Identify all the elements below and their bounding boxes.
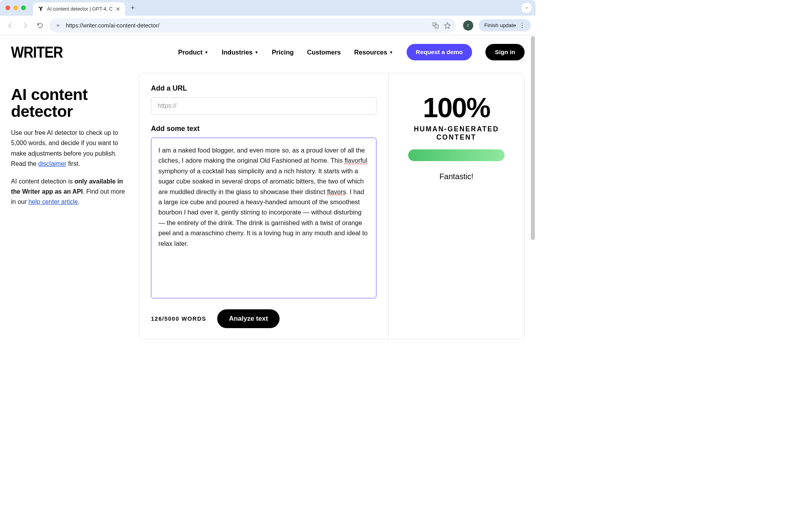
nav-pricing[interactable]: Pricing xyxy=(272,49,294,56)
site-settings-icon[interactable] xyxy=(54,22,62,29)
score-bar xyxy=(408,149,505,161)
desc-text: . xyxy=(78,198,80,205)
main-nav: Product▼ Industries▼ Pricing Customers R… xyxy=(178,44,525,60)
reload-button[interactable] xyxy=(35,20,45,31)
address-bar: https://writer.com/ai-content-detector/ … xyxy=(0,16,536,35)
back-button[interactable] xyxy=(5,20,16,31)
nav-resources[interactable]: Resources▼ xyxy=(354,49,393,56)
scrollbar-thumb[interactable] xyxy=(531,36,535,240)
url-input[interactable] xyxy=(151,97,376,114)
browser-tab[interactable]: AI content detector | GPT-4, C ✕ xyxy=(33,2,125,16)
forward-button[interactable] xyxy=(20,20,31,31)
score-message: Fantastic! xyxy=(396,172,516,181)
desc-paragraph-1: Use our free AI detector to check up to … xyxy=(11,128,129,169)
finish-update-label: Finish update xyxy=(484,22,516,28)
url-text: https://writer.com/ai-content-detector/ xyxy=(66,22,428,29)
request-demo-button[interactable]: Request a demo xyxy=(407,44,472,60)
page-title: AI content detector xyxy=(11,86,129,120)
detector-card: Add a URL Add some text I am a naked foo… xyxy=(139,73,525,340)
tabs-dropdown-icon[interactable] xyxy=(521,3,532,13)
svg-text:文: 文 xyxy=(434,23,436,25)
disclaimer-link[interactable]: disclaimer xyxy=(38,160,66,167)
analyze-button[interactable]: Analyze text xyxy=(217,309,280,328)
tab-close-icon[interactable]: ✕ xyxy=(116,6,120,12)
desc-text: first. xyxy=(66,160,80,167)
new-tab-button[interactable]: + xyxy=(131,4,135,12)
writer-logo[interactable]: WRITER xyxy=(11,43,63,61)
nav-customers[interactable]: Customers xyxy=(307,49,341,56)
text-field-label: Add some text xyxy=(151,125,376,133)
help-center-link[interactable]: help center article xyxy=(28,198,78,205)
word-count: 126/5000 WORDS xyxy=(151,316,206,322)
nav-industries[interactable]: Industries▼ xyxy=(222,49,258,56)
window-controls xyxy=(4,5,29,10)
svg-point-1 xyxy=(58,25,58,26)
tab-title: AI content detector | GPT-4, C xyxy=(47,6,113,12)
more-menu-icon[interactable]: ⋮ xyxy=(519,22,525,29)
score-label: HUMAN-GENERATED CONTENT xyxy=(396,125,516,142)
nav-product[interactable]: Product▼ xyxy=(178,49,208,56)
chevron-down-icon: ▼ xyxy=(254,50,258,54)
translate-icon[interactable]: 文A xyxy=(432,22,440,29)
scrollbar[interactable] xyxy=(530,35,536,355)
window-maximize-icon[interactable] xyxy=(21,5,26,10)
desc-text: AI content detection is xyxy=(11,178,74,185)
left-column: AI content detector Use our free AI dete… xyxy=(11,73,129,340)
tab-favicon-icon xyxy=(38,6,44,12)
svg-text:A: A xyxy=(436,25,438,28)
chevron-down-icon: ▼ xyxy=(389,50,393,54)
svg-point-0 xyxy=(58,24,58,25)
url-field-label: Add a URL xyxy=(151,84,376,93)
card-footer: 126/5000 WORDS Analyze text xyxy=(151,309,376,328)
page-viewport: WRITER Product▼ Industries▼ Pricing Cust… xyxy=(0,35,536,355)
browser-tab-strip: AI content detector | GPT-4, C ✕ + xyxy=(0,0,536,16)
result-panel: 100% HUMAN-GENERATED CONTENT Fantastic! xyxy=(389,73,524,339)
description: Use our free AI detector to check up to … xyxy=(11,128,129,207)
url-field[interactable]: https://writer.com/ai-content-detector/ … xyxy=(49,18,456,33)
site-header: WRITER Product▼ Industries▼ Pricing Cust… xyxy=(0,35,536,69)
text-input[interactable]: I am a naked food blogger, and even more… xyxy=(151,138,376,298)
chevron-down-icon: ▼ xyxy=(204,50,208,54)
nav-product-label: Product xyxy=(178,49,202,56)
desc-paragraph-2: AI content detection is only available i… xyxy=(11,176,129,207)
profile-avatar[interactable]: r xyxy=(463,20,473,31)
main-content: AI content detector Use our free AI dete… xyxy=(0,69,536,351)
score-percent: 100% xyxy=(396,92,516,123)
window-minimize-icon[interactable] xyxy=(13,5,18,10)
nav-resources-label: Resources xyxy=(354,49,387,56)
window-close-icon[interactable] xyxy=(5,5,10,10)
nav-industries-label: Industries xyxy=(222,49,253,56)
toolbar-right: r Finish update ⋮ xyxy=(463,19,531,31)
bookmark-icon[interactable] xyxy=(443,22,451,29)
sign-in-button[interactable]: Sign in xyxy=(485,44,525,60)
card-form: Add a URL Add some text I am a naked foo… xyxy=(139,73,389,339)
finish-update-button[interactable]: Finish update ⋮ xyxy=(479,19,531,31)
